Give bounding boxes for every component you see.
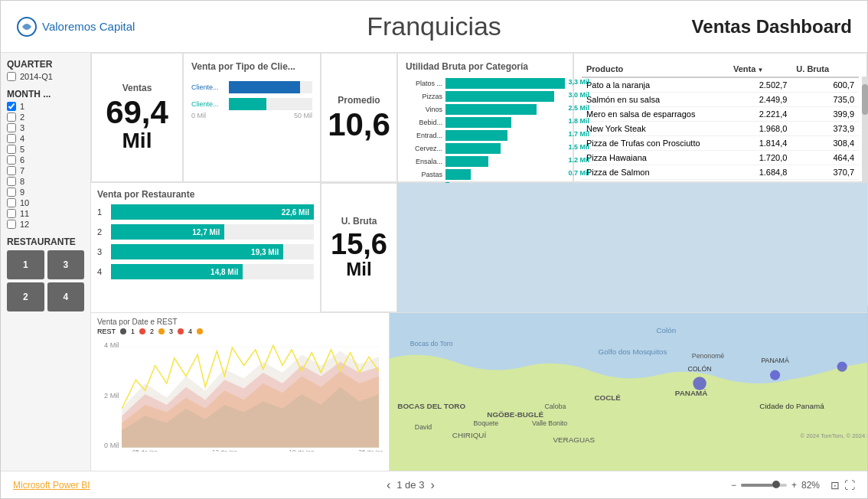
svg-text:12 de jan: 12 de jan bbox=[212, 448, 237, 452]
zoom-plus[interactable]: + bbox=[791, 480, 797, 491]
svg-point-24 bbox=[837, 362, 847, 372]
powerbi-link[interactable]: Microsoft Power BI bbox=[13, 480, 90, 491]
month-checkbox-3[interactable] bbox=[7, 123, 16, 132]
rest-btn-1[interactable]: 1 bbox=[7, 250, 44, 279]
product-cell-product-6: Pizza de Salmon bbox=[582, 165, 729, 180]
quarter-filter-item[interactable]: 2014-Q1 bbox=[7, 72, 84, 81]
rest-bar-label-1: 22,6 Mil bbox=[282, 208, 309, 217]
legend-rest-label: REST bbox=[97, 328, 116, 335]
month-item-2[interactable]: 2 bbox=[7, 113, 84, 122]
ventas-unit: Mil bbox=[122, 129, 152, 153]
month-checkbox-1[interactable] bbox=[7, 102, 16, 111]
product-row-5[interactable]: Pizza Hawaiana1.720,0464,4 bbox=[582, 151, 859, 165]
tipo-axis: 0 Mil 50 Mil bbox=[191, 112, 312, 119]
product-cell-venta-2: 2.221,4 bbox=[729, 107, 791, 122]
util-label-2: Vinos bbox=[406, 106, 442, 113]
legend-label-4: 4 bbox=[188, 328, 192, 335]
month-item-4[interactable]: 4 bbox=[7, 134, 84, 143]
zoom-handle[interactable] bbox=[772, 481, 780, 488]
prev-page-btn[interactable]: ‹ bbox=[387, 478, 390, 492]
svg-text:Colón: Colón bbox=[656, 326, 676, 334]
rest-chart-title: Venta por Restaurante bbox=[97, 189, 314, 200]
scrollbar-thumb[interactable] bbox=[862, 84, 867, 115]
footer: Microsoft Power BI ‹ 1 de 3 › − + 82% ⊡ … bbox=[1, 471, 867, 498]
month-checkbox-11[interactable] bbox=[7, 209, 16, 218]
util-bar-wrap-1: 3.0 Mil bbox=[445, 91, 565, 102]
month-checkbox-6[interactable] bbox=[7, 155, 16, 165]
product-row-4[interactable]: Pizza de Trufas con Prosciutto1.814,4308… bbox=[582, 136, 859, 151]
quarter-checkbox[interactable] bbox=[7, 72, 16, 81]
tipo-bar-row-1: Cliente... bbox=[191, 81, 312, 93]
product-row-7[interactable]: Pollo a la parmesana1.680,0470,4 bbox=[582, 180, 859, 183]
month-item-11[interactable]: 11 bbox=[7, 209, 84, 218]
legend-label-1: 1 bbox=[131, 328, 135, 335]
rest-num-4: 4 bbox=[97, 267, 106, 276]
product-cell-venta-6: 1.684,8 bbox=[729, 165, 791, 180]
month-checkbox-8[interactable] bbox=[7, 177, 16, 186]
col-venta[interactable]: Venta bbox=[729, 61, 791, 77]
util-bar-label-0: 3,3 Mil bbox=[568, 78, 589, 86]
util-label-1: Pizzas bbox=[406, 93, 442, 100]
month-item-3[interactable]: 3 bbox=[7, 123, 84, 132]
rest-btn-2[interactable]: 2 bbox=[7, 282, 44, 311]
fullscreen-icon[interactable]: ⛶ bbox=[844, 479, 855, 491]
scrollbar[interactable] bbox=[862, 77, 867, 182]
next-page-btn[interactable]: › bbox=[430, 478, 434, 492]
product-cell-venta-0: 2.502,7 bbox=[729, 77, 791, 93]
product-row-6[interactable]: Pizza de Salmon1.684,8370,7 bbox=[582, 165, 859, 180]
bottom-row: Venta por Date e REST REST 1 2 3 4 bbox=[91, 313, 867, 471]
month-item-1[interactable]: 1 bbox=[7, 102, 84, 111]
month-checkbox-5[interactable] bbox=[7, 145, 16, 154]
util-title: Utilidad Bruta por Categoría bbox=[406, 61, 565, 72]
month-checkbox-4[interactable] bbox=[7, 134, 16, 143]
month-item-5[interactable]: 5 bbox=[7, 145, 84, 154]
month-checkbox-9[interactable] bbox=[7, 188, 16, 197]
promedio-card: Promedio 10,6 bbox=[321, 53, 397, 182]
util-bar-wrap-5: 1.5 Mil bbox=[445, 143, 565, 154]
util-bar-wrap-4: 1.7 Mil bbox=[445, 130, 565, 141]
month-item-6[interactable]: 6 bbox=[7, 155, 84, 165]
svg-point-23 bbox=[770, 370, 780, 380]
util-bar-6 bbox=[445, 156, 488, 167]
month-checkbox-7[interactable] bbox=[7, 166, 16, 175]
month-item-7[interactable]: 7 bbox=[7, 166, 84, 175]
ventas-value: 69,4 bbox=[106, 96, 168, 129]
product-cell-ubruta-3: 373,9 bbox=[791, 122, 859, 136]
tipo-bar-fill-2 bbox=[229, 98, 266, 110]
col-ubruta[interactable]: U. Bruta bbox=[791, 61, 859, 77]
rest-num-3: 3 bbox=[97, 247, 106, 256]
month-item-8[interactable]: 8 bbox=[7, 177, 84, 186]
product-row-3[interactable]: New York Steak1.968,0373,9 bbox=[582, 122, 859, 136]
product-row-1[interactable]: Salmón en su salsa2.449,9735,0 bbox=[582, 93, 859, 107]
product-cell-product-3: New York Steak bbox=[582, 122, 729, 136]
mid-row: Venta por Restaurante 1 22,6 Mil 2 bbox=[91, 183, 867, 313]
zoom-bar[interactable] bbox=[741, 484, 787, 487]
zoom-minus[interactable]: − bbox=[731, 480, 736, 491]
month-item-12[interactable]: 12 bbox=[7, 220, 84, 229]
month-item-10[interactable]: 10 bbox=[7, 198, 84, 207]
svg-text:Boquete: Boquete bbox=[473, 419, 498, 427]
util-bar-label-4: 1.7 Mil bbox=[568, 130, 589, 138]
tipo-label-1: Cliente... bbox=[191, 83, 226, 91]
rest-btn-4[interactable]: 4 bbox=[47, 282, 85, 311]
product-row-2[interactable]: Mero en salsa de esparragos2.221,4399,9 bbox=[582, 107, 859, 122]
month-checkbox-12[interactable] bbox=[7, 220, 16, 229]
rest-bar-row-2: 2 12,7 Mil bbox=[97, 224, 314, 240]
svg-text:4 Mil: 4 Mil bbox=[104, 341, 119, 349]
rest-chart-card: Venta por Restaurante 1 22,6 Mil 2 bbox=[91, 183, 321, 312]
rest-grid: 1 3 2 4 bbox=[7, 250, 84, 311]
util-bar-label-6: 1.2 Mil bbox=[568, 156, 589, 164]
svg-text:PANAMÁ: PANAMÁ bbox=[761, 357, 788, 364]
ventas-card: Ventas 69,4 Mil bbox=[91, 53, 183, 182]
rest-bar-row-1: 1 22,6 Mil bbox=[97, 204, 314, 220]
header: Valoremos Capital Franquicias Ventas Das… bbox=[1, 1, 867, 53]
col-producto[interactable]: Producto bbox=[582, 61, 729, 77]
month-checkbox-10[interactable] bbox=[7, 198, 16, 207]
product-row-0[interactable]: Pato a la naranja2.502,7600,7 bbox=[582, 77, 859, 93]
fit-screen-icon[interactable]: ⊡ bbox=[830, 479, 840, 491]
rest-btn-3[interactable]: 3 bbox=[47, 250, 85, 279]
month-item-9[interactable]: 9 bbox=[7, 188, 84, 197]
svg-text:PANAMÁ: PANAMÁ bbox=[675, 389, 707, 397]
util-label-7: Pastas bbox=[406, 171, 442, 178]
month-checkbox-2[interactable] bbox=[7, 113, 16, 122]
